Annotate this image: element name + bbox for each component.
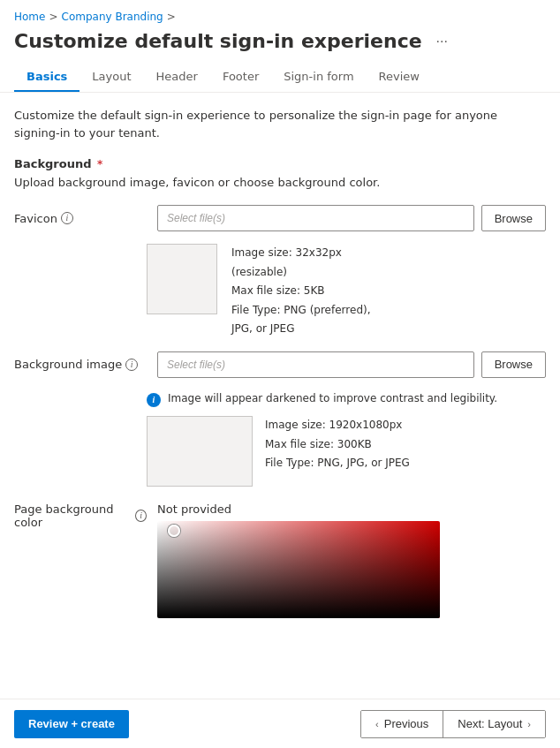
ellipsis-button[interactable]: ···: [431, 32, 453, 51]
page-title: Customize default sign-in experience: [14, 30, 422, 52]
nav-button-group: ‹ Previous Next: Layout ›: [360, 710, 546, 738]
color-section: Not provided: [157, 502, 440, 618]
page-title-row: Customize default sign-in experience ···: [0, 26, 560, 63]
chevron-left-icon: ‹: [375, 719, 379, 729]
tab-footer[interactable]: Footer: [210, 63, 271, 92]
favicon-info-icon[interactable]: i: [61, 212, 73, 224]
breadcrumb-home[interactable]: Home: [14, 11, 45, 23]
breadcrumb-sep2: >: [167, 11, 176, 23]
breadcrumb-company-branding[interactable]: Company Branding: [62, 11, 163, 23]
favicon-browse-button[interactable]: Browse: [481, 205, 546, 231]
breadcrumb: Home > Company Branding >: [0, 0, 560, 26]
background-image-input-group: Browse: [157, 351, 546, 378]
previous-button[interactable]: ‹ Previous: [361, 711, 443, 737]
chevron-right-icon: ›: [527, 719, 531, 729]
review-create-button[interactable]: Review + create: [14, 710, 129, 738]
color-picker[interactable]: [157, 521, 440, 618]
previous-label: Previous: [384, 717, 429, 730]
required-asterisk: *: [97, 158, 102, 170]
favicon-image-info: Image size: 32x32px (resizable) Max file…: [231, 244, 371, 339]
background-image-info-icon[interactable]: i: [125, 359, 138, 371]
footer-bar: Review + create ‹ Previous Next: Layout …: [0, 699, 560, 748]
page-background-color-label: Page background color i: [14, 502, 147, 529]
background-image-info: Image size: 1920x1080px Max file size: 3…: [265, 416, 410, 473]
tab-sign-in-form[interactable]: Sign-in form: [271, 63, 366, 92]
bg-image-row: Image size: 1920x1080px Max file size: 3…: [147, 416, 546, 487]
favicon-field-row: Favicon i Browse: [0, 200, 560, 237]
tab-basics[interactable]: Basics: [14, 63, 79, 92]
page-background-color-row: Page background color i Not provided: [0, 494, 560, 627]
tab-bar: Basics Layout Header Footer Sign-in form…: [0, 63, 560, 93]
background-image-browse-button[interactable]: Browse: [481, 351, 546, 378]
favicon-preview-area: Image size: 32x32px (resizable) Max file…: [0, 237, 560, 346]
info-banner-text: Image will appear darkened to improve co…: [168, 392, 497, 404]
favicon-input-group: Browse: [157, 205, 546, 231]
background-image-preview-area: i Image will appear darkened to improve …: [0, 383, 560, 494]
gradient-black-overlay: [157, 521, 440, 618]
not-provided-text: Not provided: [157, 502, 440, 516]
color-gradient-bg: [157, 521, 440, 618]
background-image-preview-box: [147, 416, 253, 487]
favicon-preview-box: [147, 244, 217, 314]
background-image-label: Background image i: [14, 358, 147, 371]
breadcrumb-sep1: >: [49, 11, 57, 23]
background-image-file-input[interactable]: [157, 351, 474, 378]
background-section-title: Background *: [0, 152, 560, 174]
page-bg-color-info-icon[interactable]: i: [135, 510, 147, 522]
favicon-label: Favicon i: [14, 212, 147, 225]
background-image-field-row: Background image i Browse: [0, 346, 560, 383]
tab-header[interactable]: Header: [144, 63, 210, 92]
upload-instruction: Upload background image, favicon or choo…: [0, 174, 560, 200]
favicon-file-input[interactable]: [157, 205, 474, 231]
info-circle-icon: i: [147, 393, 161, 407]
next-button[interactable]: Next: Layout ›: [443, 711, 545, 737]
tab-layout[interactable]: Layout: [79, 63, 143, 92]
info-banner: i Image will appear darkened to improve …: [147, 390, 546, 409]
color-picker-circle[interactable]: [168, 525, 180, 537]
description-text: Customize the default sign-in experience…: [0, 103, 560, 152]
next-label: Next: Layout: [458, 717, 522, 730]
tab-review[interactable]: Review: [367, 63, 432, 92]
